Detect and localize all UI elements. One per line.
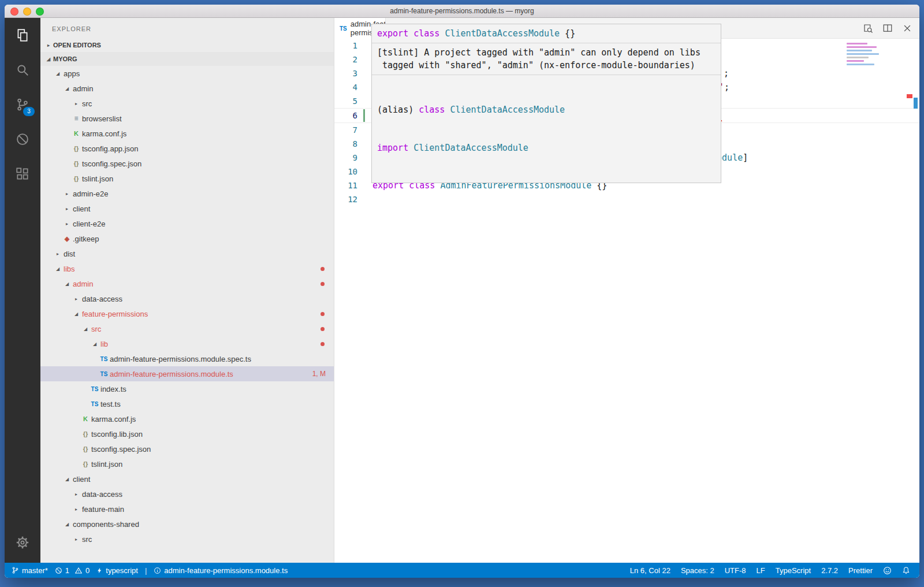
line-number: 6	[334, 111, 357, 120]
search-icon[interactable]	[5, 53, 40, 87]
tree-item-label: src	[91, 325, 101, 333]
tree-item-tsconfig.spec.json[interactable]: {}tsconfig.spec.json	[40, 441, 334, 456]
code-token: class	[419, 105, 445, 115]
tree-item-admin[interactable]: ◢admin	[40, 276, 334, 291]
line-number: 4	[334, 83, 357, 92]
folder-expanded-icon: ◢	[62, 522, 72, 527]
ts-file-icon: TS	[90, 386, 99, 392]
formatter-status[interactable]: Prettier	[848, 566, 873, 575]
zoom-window-button[interactable]	[36, 8, 44, 16]
tree-item-browserslist[interactable]: ≡browserslist	[40, 111, 334, 126]
tree-item-admin-feature-permissions.module.spec.ts[interactable]: TSadmin-feature-permissions.module.spec.…	[40, 351, 334, 366]
tree-item-test.ts[interactable]: TStest.ts	[40, 396, 334, 411]
tree-item-admin-e2e[interactable]: ▸admin-e2e	[40, 186, 334, 201]
file-info-status[interactable]: admin-feature-permissions.module.ts	[154, 566, 288, 575]
cursor-position-status[interactable]: Ln 6, Col 22	[630, 566, 670, 575]
git-branch-status[interactable]: master*	[12, 566, 48, 575]
tree-item-tslint.json[interactable]: {}tslint.json	[40, 456, 334, 471]
json-file-icon: {}	[81, 460, 90, 467]
line-number: 5	[334, 96, 357, 106]
vscode-window: admin-feature-permissions.module.ts — my…	[5, 5, 919, 578]
tree-item-admin-feature-permissions.module.ts[interactable]: TSadmin-feature-permissions.module.ts1, …	[40, 366, 334, 381]
minimap[interactable]	[847, 41, 882, 67]
extensions-icon[interactable]	[5, 157, 40, 191]
tree-item-label: karma.conf.js	[82, 129, 126, 138]
close-editor-icon[interactable]	[902, 23, 912, 34]
folder-collapsed-icon: ▸	[72, 296, 81, 302]
split-editor-icon[interactable]	[882, 23, 893, 34]
tree-item-tslint.json[interactable]: {}tslint.json	[40, 171, 334, 186]
feedback-smiley-icon[interactable]	[883, 566, 892, 575]
encoding-status[interactable]: UTF-8	[725, 566, 746, 575]
tree-item-tsconfig.spec.json[interactable]: {}tsconfig.spec.json	[40, 156, 334, 171]
karma-file-icon: K	[81, 415, 90, 422]
folder-collapsed-icon: ▸	[72, 507, 81, 512]
notifications-bell-icon[interactable]	[902, 566, 910, 575]
indentation-status[interactable]: Spaces: 2	[681, 566, 714, 575]
tree-item-tsconfig.lib.json[interactable]: {}tsconfig.lib.json	[40, 426, 334, 441]
titlebar: admin-feature-permissions.module.ts — my…	[5, 5, 919, 18]
json-file-icon: {}	[81, 445, 90, 452]
line-number: 1	[334, 41, 357, 50]
explorer-icon[interactable]	[5, 18, 40, 53]
tree-item-lib[interactable]: ◢lib	[40, 336, 334, 351]
problems-status[interactable]: 1 0	[55, 566, 90, 575]
tree-item-client[interactable]: ▸client	[40, 201, 334, 216]
folder-collapsed-icon: ▸	[72, 101, 81, 106]
debug-icon[interactable]	[5, 122, 40, 157]
editor-area: TS admin-feature-permissions.module.ts	[334, 18, 919, 563]
tree-item-feature-main[interactable]: ▸feature-main	[40, 501, 334, 517]
tree-item-karma.conf.js[interactable]: Kkarma.conf.js	[40, 126, 334, 141]
tree-item-dist[interactable]: ▸dist	[40, 246, 334, 261]
tree-item-label: src	[82, 99, 92, 108]
typescript-version-status[interactable]: 2.7.2	[821, 566, 838, 575]
code-token: class	[413, 28, 439, 39]
tree-item-admin[interactable]: ◢admin	[40, 81, 334, 96]
tree-item-label: admin-e2e	[73, 190, 108, 198]
code-token: {}	[560, 28, 575, 39]
typescript-task-status[interactable]: typescript	[96, 566, 138, 575]
tree-item-label: browserslist	[82, 114, 122, 123]
code-token: ClientDataAccessModule	[450, 105, 565, 115]
tree-item-label: lib	[100, 340, 108, 348]
eol-status[interactable]: LF	[757, 566, 765, 575]
tree-item-client-e2e[interactable]: ▸client-e2e	[40, 216, 334, 231]
line-number: 12	[334, 195, 357, 204]
settings-gear-icon[interactable]	[5, 522, 40, 563]
tree-item-src[interactable]: ◢src	[40, 321, 334, 336]
source-control-icon[interactable]: 3	[5, 87, 40, 122]
folder-expanded-icon: ◢	[62, 281, 72, 287]
tree-item-feature-permissions[interactable]: ◢feature-permissions	[40, 306, 334, 321]
language-mode-status[interactable]: TypeScript	[776, 566, 811, 575]
code-line-12[interactable]: 12	[334, 192, 919, 206]
open-changes-icon[interactable]	[863, 23, 873, 34]
tree-item-label: .gitkeep	[73, 235, 99, 243]
folder-expanded-icon: ◢	[90, 341, 99, 347]
close-window-button[interactable]	[10, 8, 18, 16]
minimize-window-button[interactable]	[23, 8, 31, 16]
tree-item-data-access[interactable]: ▸data-access	[40, 486, 334, 501]
tree-item-components-shared[interactable]: ◢components-shared	[40, 517, 334, 532]
tree-item-label: libs	[64, 265, 75, 273]
tree-item-apps[interactable]: ◢apps	[40, 66, 334, 81]
tree-item-label: feature-permissions	[82, 310, 148, 318]
line-number: 9	[334, 153, 357, 162]
tree-item-index.ts[interactable]: TSindex.ts	[40, 381, 334, 396]
code-token: import	[377, 143, 408, 153]
tree-item-src[interactable]: ▸src	[40, 532, 334, 547]
workspace-section[interactable]: ◢ MYORG	[40, 52, 334, 66]
tree-item-.gitkeep[interactable]: ◈.gitkeep	[40, 231, 334, 246]
open-editors-section[interactable]: ▸ OPEN EDITORS	[40, 38, 334, 52]
tree-item-label: admin-feature-permissions.module.spec.ts	[110, 355, 251, 363]
tree-item-src[interactable]: ▸src	[40, 96, 334, 111]
folder-expanded-icon: ◢	[53, 71, 62, 76]
tree-item-karma.conf.js[interactable]: Kkarma.conf.js	[40, 411, 334, 426]
folder-expanded-icon: ◢	[62, 477, 72, 482]
code-token: export	[377, 28, 408, 39]
tree-item-libs[interactable]: ◢libs	[40, 261, 334, 276]
folder-collapsed-icon: ▸	[53, 251, 62, 257]
tree-item-tsconfig.app.json[interactable]: {}tsconfig.app.json	[40, 141, 334, 156]
ts-file-icon: TS	[99, 356, 109, 362]
tree-item-client[interactable]: ◢client	[40, 471, 334, 486]
tree-item-data-access[interactable]: ▸data-access	[40, 291, 334, 306]
